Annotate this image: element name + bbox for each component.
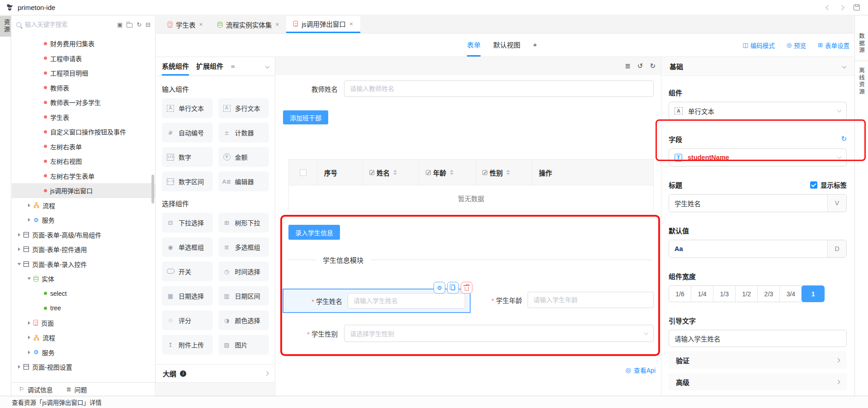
component-chip-single-text[interactable]: A单行文本 (162, 98, 213, 118)
add-view-button[interactable]: + (533, 33, 537, 57)
doc-tab-student-table[interactable]: 学生表 (160, 16, 210, 33)
width-option[interactable]: 1/4 (691, 286, 713, 302)
column-header-age[interactable]: 年龄 (420, 160, 476, 185)
tree-scrollbar[interactable] (151, 175, 154, 204)
default-value-input[interactable] (669, 240, 827, 257)
width-option[interactable]: 1/2 (735, 286, 757, 302)
width-option[interactable]: 2/3 (757, 286, 779, 302)
component-chip-tree-dropdown[interactable]: ⊞树形下拉 (218, 213, 269, 232)
width-option[interactable]: 3/4 (779, 286, 802, 302)
tree-item[interactable]: 实体 (12, 271, 155, 286)
tree-item[interactable]: 页面-表单-录入控件 (12, 257, 155, 272)
tree-item[interactable]: 页面-表单-控件通用 (12, 242, 155, 257)
tree-item[interactable]: 工程申请表 (12, 51, 155, 66)
tree-item[interactable]: tree (12, 301, 155, 316)
tree-item[interactable]: 页面-表单-高级/布局组件 (12, 228, 155, 242)
collapse-all-icon[interactable]: ⊟ (146, 22, 151, 28)
nav-back-icon[interactable] (826, 5, 830, 10)
tree-item[interactable]: ⚙服务 (12, 213, 155, 228)
enter-student-info-button[interactable]: 录入学生信息 (288, 225, 340, 240)
tree-item[interactable]: 财务费用归集表 (12, 36, 155, 51)
component-chip-switch[interactable]: 开关 (162, 261, 213, 281)
tree-item[interactable]: 自定义窗口操作按钮及事件 (12, 124, 155, 139)
width-option[interactable]: 1/3 (713, 286, 735, 302)
tab-default-view[interactable]: 默认视图 (493, 33, 520, 57)
field-delete-button[interactable] (461, 282, 472, 294)
column-header-name[interactable]: 姓名 (363, 160, 420, 185)
tab-extension-components[interactable]: 扩展组件 (196, 57, 223, 76)
expand-arrow-icon[interactable] (18, 233, 20, 237)
close-icon[interactable] (199, 21, 203, 28)
teacher-name-input[interactable] (344, 81, 654, 97)
component-chip-color-picker[interactable]: ◑颜色选择 (218, 310, 269, 330)
outline-bar[interactable]: 大纲 (156, 364, 275, 382)
component-chip-money[interactable]: ¥金额 (218, 147, 269, 167)
tree-item[interactable]: ⚙服务 (12, 345, 155, 360)
debug-info-tab[interactable]: ⚐调试信息 (19, 385, 53, 394)
undo-icon[interactable]: ↺ (637, 63, 643, 70)
sync-field-icon[interactable]: ↻ (841, 136, 847, 142)
search-input[interactable] (25, 21, 113, 28)
title-variable-button[interactable]: V (827, 195, 846, 212)
collapse-arrow-icon[interactable] (28, 278, 31, 280)
tree-item[interactable]: 页面 (12, 316, 155, 331)
component-chip-editor[interactable]: A≣编辑器 (218, 171, 269, 191)
tab-system-components[interactable]: 系统组件 (162, 57, 189, 76)
tab-form[interactable]: 表单 (467, 33, 481, 57)
component-chip-date-picker[interactable]: ▦日期选择 (162, 286, 213, 306)
collapse-arrow-icon[interactable] (18, 263, 21, 265)
column-header-gender[interactable]: 性别 (476, 160, 533, 185)
component-chip-date-range[interactable]: ▥日期区间 (218, 286, 269, 306)
component-chip-image[interactable]: ▨图片 (218, 335, 269, 355)
checkbox-checked-icon[interactable] (810, 181, 817, 189)
chevron-right-icon[interactable] (264, 371, 269, 376)
save-icon[interactable] (854, 5, 860, 10)
tree-item-selected[interactable]: js调用弹出窗口 (12, 183, 155, 198)
expand-arrow-icon[interactable] (28, 336, 30, 339)
sort-icon[interactable] (393, 170, 397, 175)
component-chip-time-picker[interactable]: ◷时间选择 (218, 261, 269, 281)
refresh-icon[interactable]: ↻ (137, 22, 142, 28)
add-class-monitor-button[interactable]: 添加班干部 (283, 110, 328, 124)
tree-item[interactable]: 学生表 (12, 110, 155, 125)
close-icon[interactable] (275, 21, 279, 28)
field-settings-button[interactable]: ⚙ (434, 282, 445, 294)
guide-text-input[interactable] (669, 330, 847, 347)
tree-item[interactable]: 流程 (12, 330, 155, 345)
new-folder-icon[interactable] (127, 23, 132, 28)
tree-item[interactable]: 教师表 (12, 81, 155, 95)
tree-item[interactable]: select (12, 286, 155, 301)
preview-button[interactable]: ◎预览 (787, 41, 806, 50)
rail-tab-data-source[interactable]: 数据源 (857, 27, 866, 61)
default-dynamic-button[interactable]: D (827, 240, 846, 257)
component-chip-counter[interactable]: ±计数器 (218, 123, 269, 142)
chevron-down-icon[interactable] (265, 64, 270, 69)
redo-icon[interactable]: ↻ (650, 63, 656, 70)
expand-arrow-icon[interactable] (28, 351, 30, 354)
field-select[interactable]: T studentName (669, 148, 847, 166)
import-icon[interactable]: ▣ (117, 22, 123, 28)
inspector-header-basic[interactable]: 基础 (661, 57, 854, 76)
component-chip-auto-number[interactable]: #自动编号 (162, 123, 213, 142)
title-input[interactable] (669, 195, 827, 212)
expand-arrow-icon[interactable] (28, 218, 30, 222)
expand-arrow-icon[interactable] (28, 321, 30, 325)
component-chip-number[interactable]: 123数字 (162, 147, 213, 167)
expand-arrow-icon[interactable] (18, 247, 20, 251)
doc-tab-js-popup[interactable]: js调用弹出窗口 (286, 16, 360, 33)
sort-icon[interactable] (450, 170, 453, 175)
close-icon[interactable] (349, 20, 353, 28)
rail-tab-offline-resources[interactable]: 离线资源 (857, 61, 866, 102)
tree-item[interactable]: 工程项目明细 (12, 66, 155, 81)
form-settings-button[interactable]: ⊞表单设置 (818, 41, 849, 50)
student-name-input[interactable] (348, 293, 465, 308)
component-chip-file-upload[interactable]: ↥附件上传 (162, 335, 213, 355)
student-age-input[interactable] (528, 292, 654, 308)
tree-item[interactable]: 教师表一对多学生 (12, 95, 155, 110)
view-api-link[interactable]: ◎ 查看Api (626, 365, 656, 375)
doc-tab-process-entity[interactable]: 流程实例实体集 (210, 16, 287, 33)
rail-tab-resources[interactable]: 资源 (0, 16, 11, 37)
section-validation[interactable]: 验证 (669, 351, 847, 369)
expand-arrow-icon[interactable] (28, 204, 30, 207)
section-advanced[interactable]: 高级 (669, 373, 847, 390)
